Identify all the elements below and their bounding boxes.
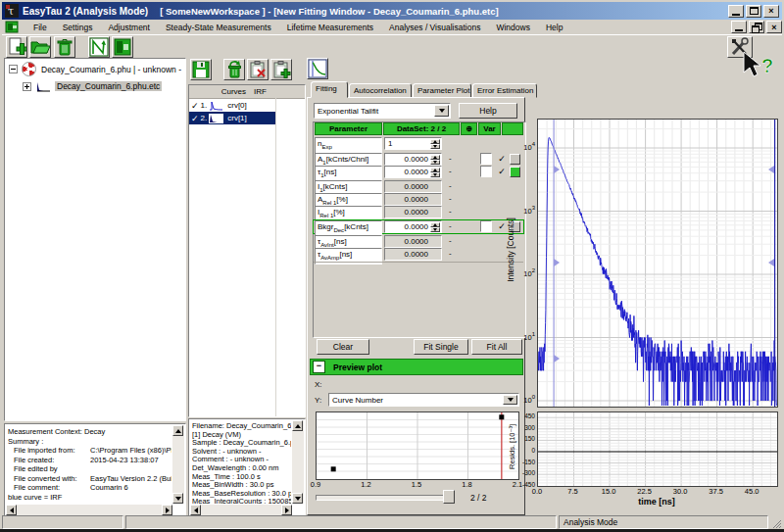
tick-label: 37.5 [705,487,728,496]
tree-child-label[interactable]: Decay_Coumarin_6.phu.etc [55,81,162,91]
column-header-dataset[interactable]: DataSet: 2 / 2 [383,122,460,135]
menu-analyses[interactable]: Analyses / Visualisations [381,22,488,33]
collapse-expander-icon[interactable] [9,65,18,73]
scroll-right-button[interactable] [162,505,172,515]
menu-adjustment[interactable]: Adjustment [100,22,158,33]
param-value-input[interactable]: 1 [384,137,442,150]
delete-button[interactable] [54,36,75,58]
menu-file[interactable]: File [25,22,55,33]
column-header-parameter: Parameter [315,122,382,135]
clear-button[interactable]: Clear [317,339,369,355]
fit-all-button[interactable]: Fit All [471,339,522,355]
curve-name[interactable]: crv[0] [227,101,247,110]
info-value: C:\Program Files (x86)\PicoQuan [90,446,172,456]
spinner[interactable] [430,155,440,165]
menu-windows[interactable]: Windows [488,22,537,33]
spinner[interactable] [430,139,440,149]
curve-row-0[interactable]: ✓ 1. crv[0] [189,99,305,112]
var-checkbox[interactable]: ✓ [496,153,508,165]
residuals-y-axis-label: Resids. [10⁻³] [508,411,516,482]
tree-root-label[interactable]: Decay_Coumarin_6.phu | - unknown - [41,65,181,74]
param-options-button[interactable] [510,154,520,165]
scroll-down-button[interactable] [292,493,303,504]
fit-window-button[interactable] [307,58,328,79]
scroll-right-button[interactable] [281,505,292,515]
close-button[interactable]: × [763,5,779,18]
param-value-input[interactable]: 0.0000 [384,166,442,178]
menu-lifetime[interactable]: Lifetime Measurements [279,22,381,33]
scroll-up-button[interactable] [292,420,303,431]
scroll-left-button[interactable] [190,505,201,515]
menu-settings[interactable]: Settings [55,22,101,33]
curve-row-1-selected[interactable]: ✓ 2. crv[1] [189,112,275,124]
scroll-down-button[interactable] [172,493,183,504]
param-value-input[interactable]: 0.0000 [384,153,442,166]
new-workspace-button[interactable] [6,36,27,58]
spinner[interactable] [430,168,440,177]
decay-plot[interactable] [537,119,778,408]
param-value-readonly: 0.0000 [384,206,442,218]
fit-single-button[interactable]: Fit Single [414,339,468,355]
curve-cursor-icon [89,37,109,57]
help-button[interactable]: Help [459,103,517,119]
tab-fitting[interactable]: Fitting [311,81,348,98]
titlebar[interactable]: τ EasyTau 2 (Analysis Mode) [ SomeNewWor… [2,2,782,20]
clear-curves-button[interactable] [223,59,245,80]
param-row-tauavint: τAvInt[ns] 0.0000 - [314,235,523,248]
visible-check-icon[interactable]: ✓ [191,114,199,123]
visible-check-icon[interactable]: ✓ [191,101,199,111]
expand-expander-icon[interactable] [23,82,31,91]
minimize-button[interactable] [728,5,744,18]
mdi-child-icon[interactable] [5,21,20,33]
info-value: EasyTau Version 2.2 (Build: 329 [90,474,172,484]
mdi-restore-button[interactable] [749,21,764,33]
preview-plot[interactable] [316,411,519,480]
menu-steady-state[interactable]: Steady-State Measurements [158,22,279,33]
add-to-clipboard-button[interactable] [270,59,292,80]
link-checkbox[interactable] [480,220,492,232]
curve-page-indicator: 2 / 2 [470,493,487,503]
curve-name[interactable]: crv[1] [227,114,247,122]
residuals-plot[interactable] [537,411,778,487]
vertical-scrollbar[interactable] [172,425,184,504]
fit-model-select[interactable]: Exponential Tailfit [314,103,451,119]
scroll-up-button[interactable] [172,425,183,436]
param-value-input[interactable]: 0.0000 [384,220,442,233]
curve-slider-handle[interactable] [443,490,455,504]
help-cursor-icon: ? [742,51,781,84]
curve-slider-track[interactable] [316,495,450,501]
dropdown-button[interactable] [434,105,449,117]
link-checkbox[interactable] [480,166,492,177]
export-button[interactable] [112,36,133,58]
tab-error-estimation[interactable]: Error Estimation [472,83,537,98]
horizontal-scrollbar[interactable] [190,505,292,515]
resize-grip[interactable] [770,517,782,529]
param-row-i1: I1[kCnts] 0.0000 - [314,180,523,193]
curves-list-panel[interactable]: Curves IRF ✓ 1. crv[0] ✓ 2. crv[1] [188,84,306,417]
menubar: File Settings Adjustment Steady-State Me… [2,20,782,34]
link-checkbox[interactable] [480,153,492,165]
spinner[interactable] [430,222,440,232]
easytau-window: { "titlebar": { "app_title": "EasyTau 2 … [0,0,784,532]
collapse-section-button[interactable]: − [313,361,325,373]
mdi-minimize-button[interactable] [731,21,747,33]
tree-root-row[interactable]: Decay_Coumarin_6.phu | - unknown - [9,62,185,76]
tab-parameter-plot[interactable]: Parameter Plot [413,83,471,98]
horizontal-scrollbar[interactable] [6,505,172,515]
vertical-scrollbar[interactable] [292,420,304,504]
analysis-window-button[interactable] [88,36,110,58]
global-link-icon[interactable]: ⊕ [461,122,477,135]
maximize-button[interactable] [746,5,761,18]
tree-child-row[interactable]: Decay_Coumarin_6.phu.etc [23,80,185,92]
mdi-close-button[interactable]: × [766,21,782,33]
workspace-tree-panel[interactable]: Decay_Coumarin_6.phu | - unknown - Decay… [4,58,186,421]
preview-x-select[interactable]: Curve Number [328,393,519,407]
menu-help[interactable]: Help [538,22,570,33]
param-value-readonly: 0.0000 [384,235,442,248]
scroll-left-button[interactable] [6,505,17,515]
open-button[interactable] [29,36,51,58]
save-curve-button[interactable] [190,59,212,80]
dropdown-button[interactable] [503,395,517,405]
remove-from-clipboard-button[interactable] [247,59,269,80]
tab-autocorrelation[interactable]: Autocorrelation [349,83,412,98]
